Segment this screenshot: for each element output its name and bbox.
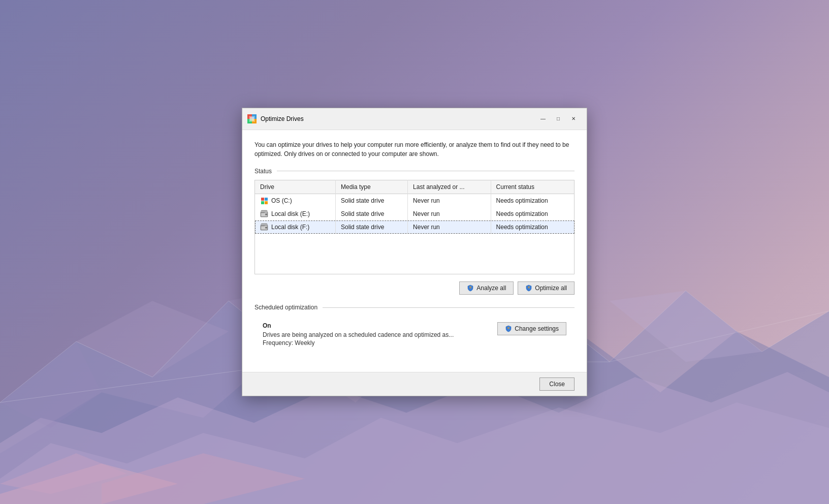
status-section-header: Status	[254, 168, 575, 175]
scheduled-section-title: Scheduled optimization	[254, 304, 317, 311]
analyze-all-label: Analyze all	[476, 285, 506, 292]
svg-rect-35	[528, 287, 530, 287]
drive-name: Local disk (E:)	[271, 210, 310, 217]
drive-name-cell: OS (C:)	[255, 194, 336, 207]
current-status: Needs optimization	[491, 207, 574, 220]
svg-rect-28	[261, 212, 265, 213]
title-bar: Optimize Drives — □ ✕	[242, 108, 587, 130]
status-section-divider	[277, 171, 575, 171]
table-row[interactable]: Local disk (F:) Solid state drive Never …	[255, 220, 575, 234]
current-status: Needs optimization	[491, 194, 574, 207]
optimize-all-label: Optimize all	[535, 285, 567, 292]
description-text: You can optimize your drives to help you…	[254, 140, 575, 159]
media-type: Solid state drive	[336, 207, 408, 220]
svg-rect-36	[528, 288, 530, 288]
col-media-type: Media type	[336, 180, 408, 194]
change-settings-button[interactable]: Change settings	[497, 322, 566, 335]
optimize-all-button[interactable]: Optimize all	[518, 281, 575, 295]
dialog-body: You can optimize your drives to help you…	[242, 130, 587, 372]
window-close-button[interactable]: ✕	[566, 113, 581, 124]
last-analyzed: Never run	[408, 220, 491, 234]
media-type: Solid state drive	[336, 194, 408, 207]
scheduled-info: On Drives are being analyzed on a schedu…	[263, 322, 497, 346]
local-drive-icon	[260, 210, 268, 218]
scheduled-status: On	[263, 322, 497, 329]
drive-name-cell: Local disk (F:)	[255, 220, 336, 234]
col-current-status: Current status	[491, 180, 574, 194]
scheduled-description: Drives are being analyzed on a scheduled…	[263, 331, 497, 338]
dialog-footer: Close	[242, 372, 587, 396]
svg-point-27	[265, 213, 267, 215]
last-analyzed: Never run	[408, 207, 491, 220]
drive-name-cell: Local disk (E:)	[255, 207, 336, 220]
title-bar-left: Optimize Drives	[247, 114, 304, 123]
col-last-analyzed: Last analyzed or ...	[408, 180, 491, 194]
table-row[interactable]: OS (C:) Solid state drive Never run Need…	[255, 194, 575, 207]
drive-action-buttons: Analyze all Optimize all	[254, 281, 575, 295]
svg-rect-33	[469, 287, 471, 287]
table-row[interactable]: Local disk (E:) Solid state drive Never …	[255, 207, 575, 220]
scheduled-optimization-section: Scheduled optimization On Drives are bei…	[254, 304, 575, 353]
title-bar-controls: — □ ✕	[536, 113, 581, 124]
scheduled-frequency: Frequency: Weekly	[263, 339, 497, 346]
close-button[interactable]: Close	[539, 377, 575, 391]
table-header-row: Drive Media type Last analyzed or ... Cu…	[255, 180, 575, 194]
current-status: Needs optimization	[491, 220, 574, 234]
svg-rect-20	[250, 117, 254, 121]
svg-rect-24	[265, 201, 268, 204]
empty-row	[255, 234, 575, 274]
shield-icon	[467, 285, 474, 292]
drive-name: Local disk (F:)	[271, 224, 309, 231]
window-title: Optimize Drives	[261, 115, 304, 122]
drive-name: OS (C:)	[271, 197, 292, 204]
svg-rect-21	[261, 198, 264, 201]
svg-rect-23	[261, 201, 264, 204]
shield-icon	[505, 325, 512, 332]
drive-table: Drive Media type Last analyzed or ... Cu…	[254, 180, 575, 275]
shield-icon	[525, 285, 532, 292]
analyze-all-button[interactable]: Analyze all	[459, 281, 514, 295]
minimize-button[interactable]: —	[536, 113, 550, 124]
app-icon	[247, 114, 257, 123]
scheduled-row: On Drives are being analyzed on a schedu…	[263, 322, 566, 346]
col-drive: Drive	[255, 180, 336, 194]
last-analyzed: Never run	[408, 194, 491, 207]
optimize-drives-dialog: Optimize Drives — □ ✕ You can optimize y…	[242, 108, 587, 397]
svg-rect-22	[265, 198, 268, 201]
scheduled-content: On Drives are being analyzed on a schedu…	[254, 316, 575, 353]
maximize-button[interactable]: □	[551, 113, 565, 124]
media-type: Solid state drive	[336, 220, 408, 234]
change-settings-label: Change settings	[515, 325, 559, 332]
svg-point-31	[265, 227, 267, 229]
scheduled-section-header: Scheduled optimization	[254, 304, 575, 311]
scheduled-section-divider	[323, 307, 575, 308]
svg-rect-34	[469, 288, 471, 288]
svg-rect-32	[261, 226, 265, 227]
local-drive-icon	[260, 223, 268, 231]
os-drive-icon	[260, 197, 268, 205]
svg-rect-37	[507, 327, 509, 328]
svg-rect-38	[507, 328, 509, 329]
status-section-title: Status	[254, 168, 272, 175]
